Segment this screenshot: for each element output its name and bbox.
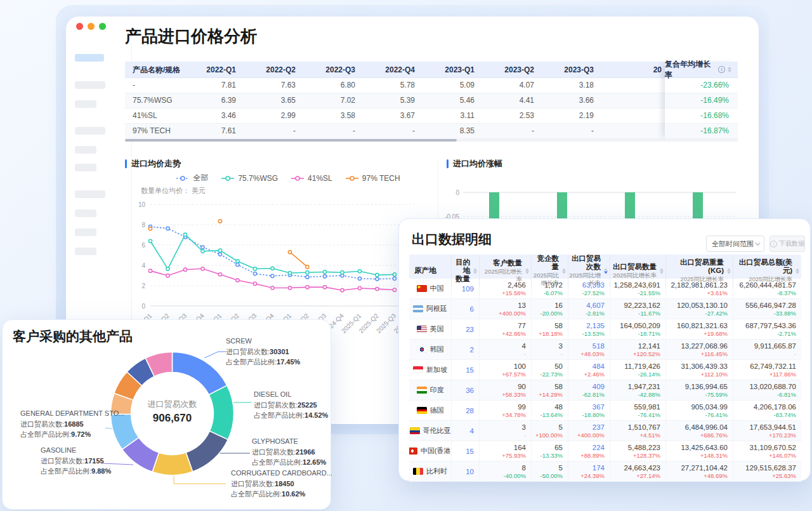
table-row: 哥伦比亚43-5+100.00%237+400.00%1,510,767+4.5… [409,421,801,441]
destination-count-link[interactable]: 4 [451,421,479,441]
destination-count-link[interactable]: 6 [451,299,479,319]
donut-segment[interactable] [152,453,193,475]
donut-center-title: 进口贸易次数 [121,399,223,410]
trade-count-link[interactable]: 409 [568,382,605,391]
sort-caret-icon[interactable] [525,268,529,274]
flag-icon-be [413,468,423,475]
growth-rate: -6.07% [532,289,563,297]
price-cell: 5.78 [364,78,424,93]
trade-count-link[interactable]: 237 [568,423,605,432]
data-cell: 367-18.80% [568,401,610,420]
destination-count-link[interactable]: 28 [451,401,479,420]
sidebar-skeleton-bar [75,54,104,62]
data-cell: 13+400.00% [479,299,531,319]
column-header[interactable]: 2022-Q2 [245,62,304,78]
legend-item[interactable]: 75.7%WSG [221,174,278,183]
data-cell: 58+18.18% [531,319,568,339]
growth-rate: +4.51% [610,432,660,439]
legend-item[interactable]: 41%SL [291,174,332,183]
destination-count-link[interactable]: 10 [451,461,479,481]
legend-marker-icon [221,175,235,182]
trade-count-link[interactable]: 4,607 [568,301,605,310]
data-cell: 1,947,231-42.88% [610,380,665,400]
column-header[interactable]: 2022-Q4 [364,62,424,78]
scrollbar-thumb[interactable] [125,139,457,142]
flag-icon-co [410,427,420,434]
value: 100 [480,362,526,371]
price-cell: 3.65 [245,93,304,109]
trade-count-link[interactable]: 367 [568,402,605,411]
value: 13,020,688.70 [733,382,796,391]
column-header[interactable]: 出口贸易重量(KG)2025同比增长率 [665,255,733,287]
data-cell: 484+2.46% [568,360,610,380]
trade-count-link[interactable]: 224 [568,443,605,452]
data-cell: 12,141+120.52% [610,340,665,359]
table-row: 德国2899+34.78%48-13.64%367-18.80%559,981-… [409,401,801,421]
price-cell: 5.39 [364,93,424,109]
column-header[interactable]: 客户数量2025同比增长率 [479,255,531,287]
column-header[interactable]: 产品名称/规格 [125,62,185,78]
destination-count-link[interactable]: 23 [451,319,479,339]
value: 120,053,130.10 [666,301,728,310]
donut-segment[interactable] [186,431,228,472]
growth-rate: -13.33% [532,452,563,460]
sort-caret-icon[interactable] [604,268,608,274]
destination-count-link[interactable]: 15 [451,360,479,380]
destination-count-link[interactable]: 15 [451,441,479,461]
legend-marker-icon [176,175,190,182]
growth-rate: -33.88% [733,310,796,317]
chart-legend: 全部75.7%WSG41%SL97% TECH [155,173,421,183]
value: 5 [532,423,563,432]
trade-count-link[interactable]: 2,135 [568,321,605,330]
svg-text:0: 0 [141,303,145,310]
column-header[interactable]: 出口贸易次数2025同比增长率 [568,255,610,287]
value: 5,488,223 [610,443,660,452]
growth-rate: +15.58% [480,289,526,297]
value: 1,510,767 [610,423,660,432]
growth-rate: +14.29% [532,391,563,399]
destination-count-link[interactable]: 2 [451,340,479,359]
value: 160,821,321.63 [666,321,728,330]
column-header[interactable]: 2023-Q1 [424,62,483,78]
sort-caret-icon[interactable] [562,268,566,274]
column-header[interactable]: 2022-Q3 [304,62,364,78]
title-accent-bar [447,159,449,168]
legend-item[interactable]: 全部 [176,173,208,183]
value: 58 [532,321,563,330]
header-sublabel: 2025同比增长率 [532,272,559,287]
value: 905,034.99 [666,402,728,411]
column-header[interactable]: 竞企数量2025同比增长率 [531,255,568,287]
column-header[interactable]: 目的地数量 [451,255,479,287]
cagr-header[interactable]: 复合年均增长率 [665,62,738,78]
sidebar-skeleton-bar [75,100,96,108]
data-cell: 4,206,178.06-83.74% [733,401,801,420]
sort-caret-icon[interactable] [660,268,664,274]
column-header[interactable]: 2023-Q2 [483,62,543,78]
sort-caret-icon[interactable] [796,268,799,274]
flag-icon-ar [413,305,423,312]
data-cell: 237+400.00% [568,421,610,441]
download-data-button[interactable]: 下载数据 [769,236,805,252]
column-header[interactable]: 2023-Q3 [543,62,603,78]
time-range-select[interactable]: 全部时间范围 [706,236,764,252]
donut-center-value: 906,670 [121,412,223,425]
bar-chart-title: 进口均价涨幅 [447,158,502,169]
trade-count-link[interactable]: 484 [568,362,605,371]
column-header[interactable]: 出口贸易总额(美元)2025同比增长率 [733,255,801,287]
other-products-card: 客户采购的其他产品 进口贸易次数 906,670 SCREW 进口贸易次数:30… [2,319,331,510]
sort-caret-icon[interactable] [728,67,731,72]
sort-caret-icon[interactable] [473,268,477,274]
export-table-header: 原产地目的地数量客户数量2025同比增长率竞企数量2025同比增长率出口贸易次数… [409,255,801,279]
column-header[interactable]: 出口贸易数量2025同比增长率 [610,255,665,287]
table-row: 美国2377+42.86%58+18.18%2,135-13.53%164,05… [409,319,801,340]
trade-count-link[interactable]: 518 [568,342,605,350]
trade-count-link[interactable]: 174 [568,463,605,472]
destination-count-link[interactable]: 36 [451,380,479,400]
column-header[interactable]: 2022-Q1 [185,62,245,78]
info-icon[interactable] [718,66,725,73]
sidebar-skeleton-bar [75,190,105,198]
sort-caret-icon[interactable] [727,268,731,274]
donut-segment[interactable] [173,352,227,395]
legend-item[interactable]: 97% TECH [345,174,400,183]
data-cell: 90+58.33% [479,380,531,400]
